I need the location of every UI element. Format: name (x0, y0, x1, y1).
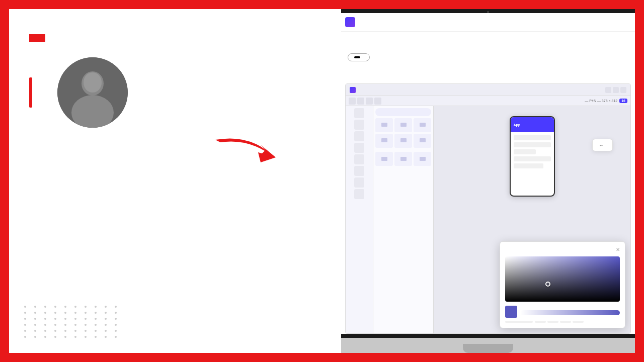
widget-icon-4 (381, 138, 387, 142)
toolbar-btn-3[interactable] (366, 98, 373, 105)
debugging-banner (29, 34, 45, 42)
toolbar-btn-2[interactable] (357, 98, 364, 105)
ff-search-bar[interactable] (375, 108, 431, 116)
color-controls (505, 306, 620, 318)
layout-item-3[interactable] (414, 152, 431, 166)
red-border-left (0, 0, 9, 362)
color-picker-overlay: ✕ (500, 241, 625, 328)
ff-editor-topbar (346, 84, 630, 96)
dot-pattern-bottom-left: const bl = document.querySelector('.dots… (24, 306, 121, 338)
color-hex-input[interactable] (505, 321, 533, 323)
ff-editor-body: ← App (346, 106, 630, 333)
red-arrow (205, 130, 306, 182)
sidebar-icon-3[interactable] (354, 131, 364, 141)
ff-phone-content (511, 132, 554, 173)
widget-image[interactable] (414, 134, 431, 148)
ff-editor-logo-icon (350, 87, 356, 93)
sidebar-icon-7[interactable] (354, 177, 364, 188)
sidebar-icon-4[interactable] (354, 143, 364, 153)
layout-item-1[interactable] (375, 152, 393, 166)
editor-btn-1[interactable] (605, 87, 611, 93)
sidebar-icon-1[interactable] (354, 108, 364, 118)
laptop-frame: — P+N — 375 × 812 16 (341, 9, 635, 353)
color-r-value[interactable] (535, 321, 546, 323)
avatar-silhouette (57, 57, 128, 128)
preview-btn[interactable]: 16 (619, 99, 627, 103)
widget-gallery[interactable] (394, 118, 412, 132)
content-area: const bl = document.querySelector('.dots… (9, 9, 635, 353)
ff-panels-area (373, 106, 434, 333)
widget-icon-6 (420, 138, 426, 142)
widget-icon-1 (381, 123, 387, 127)
ff-editor-toolbar: — P+N — 375 × 812 16 (346, 96, 630, 106)
widget-text[interactable] (375, 134, 393, 148)
widget-icon-5 (400, 138, 407, 142)
layout-icon-2 (400, 157, 407, 161)
widget-icon-2 (400, 123, 407, 127)
editor-btn-2[interactable] (613, 87, 619, 93)
avatar (57, 57, 128, 128)
sidebar-icon-8[interactable] (354, 189, 364, 199)
color-preview-swatch (505, 306, 517, 318)
color-picker-header: ✕ (505, 247, 620, 252)
toolbar-btn-4[interactable] (374, 98, 381, 105)
ff-sidebar-left (346, 106, 373, 333)
laptop-top: — P+N — 375 × 812 16 (341, 9, 635, 338)
svg-point-3 (84, 72, 102, 93)
sidebar-icon-5[interactable] (354, 154, 364, 164)
color-picker-handle[interactable] (545, 282, 550, 287)
red-border-bottom (0, 353, 644, 362)
back-arrow-icon: ← (599, 142, 604, 148)
ff-editor: — P+N — 375 × 812 16 (345, 83, 631, 334)
ff-hero (341, 32, 635, 69)
ff-canvas-phone: App (510, 116, 555, 197)
ff-cta-button[interactable] (348, 53, 370, 61)
ff-layout-grid (375, 152, 431, 166)
color-alpha-slider[interactable] (520, 310, 620, 315)
color-picker-close-button[interactable]: ✕ (616, 247, 620, 252)
right-panel: const tr = document.querySelector('.dots… (341, 9, 635, 353)
sidebar-icon-2[interactable] (354, 120, 364, 130)
color-a-value[interactable] (573, 321, 584, 323)
layout-item-2[interactable] (394, 152, 412, 166)
laptop-notch (463, 344, 513, 353)
webcam-dot (487, 11, 489, 13)
layout-icon-1 (381, 157, 387, 161)
ff-phone-row-4 (514, 156, 551, 161)
widget-page-fill[interactable] (375, 118, 393, 132)
ff-phone-row-1 (514, 135, 551, 140)
layout-icon-3 (420, 157, 426, 161)
laptop-screen: — P+N — 375 × 812 16 (341, 13, 635, 334)
bottom-section (29, 57, 326, 128)
red-border-top (0, 0, 644, 9)
laptop-bottom (341, 338, 635, 353)
red-border-right (635, 0, 644, 362)
ff-logo-icon (345, 17, 355, 27)
ff-widget-grid (375, 118, 431, 148)
color-spectrum[interactable] (505, 256, 620, 302)
ff-navbar (341, 13, 635, 32)
ff-phone-header: App (511, 117, 554, 132)
widget-icon-3 (420, 123, 426, 127)
ff-phone-row-5 (514, 163, 543, 168)
editor-btn-3[interactable] (620, 87, 626, 93)
ff-phone-row-2 (514, 142, 551, 147)
color-hex-row (505, 321, 620, 323)
nocode-mba (29, 77, 37, 108)
ff-canvas: ← App (434, 106, 630, 333)
ff-sidebar-icons (348, 108, 371, 199)
ff-logo (345, 17, 358, 27)
color-b-value[interactable] (560, 321, 571, 323)
zoom-level: — P+N — 375 × 812 (585, 99, 617, 103)
red-bar-accent (29, 77, 32, 108)
color-value-boxes (535, 321, 584, 323)
ff-phone-row-3 (514, 149, 536, 154)
meeting-tooltip: ← (592, 139, 613, 151)
sidebar-icon-6[interactable] (354, 166, 364, 176)
toolbar-btn-1[interactable] (349, 98, 356, 105)
widget-web[interactable] (414, 118, 431, 132)
widget-icon-item[interactable] (394, 134, 412, 148)
color-g-value[interactable] (547, 321, 558, 323)
